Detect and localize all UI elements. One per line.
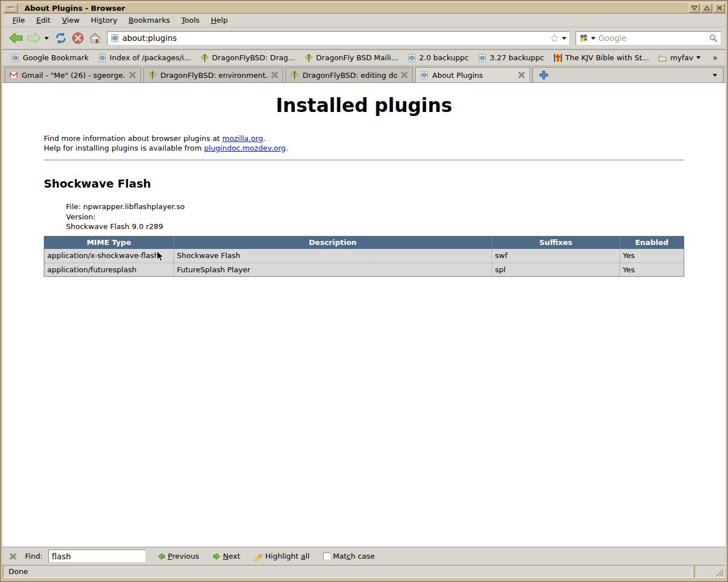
tab-close-button[interactable] [518, 71, 526, 79]
find-previous-button[interactable]: Previous [155, 551, 201, 562]
mime-types-table: MIME Type Description Suffixes Enabled a… [44, 236, 684, 277]
tab-gmail[interactable]: Gmail - "Me" (26) - sgeorge.... [5, 67, 141, 82]
plugindoc-link[interactable]: plugindoc.mozdev.org [204, 144, 286, 152]
dragonfly-icon [304, 53, 313, 63]
intro-line-1-post: . [263, 134, 266, 143]
find-bar: Find: Previous Next Highlight all Match … [2, 547, 726, 565]
menu-help[interactable]: Help [205, 14, 234, 26]
search-bar[interactable] [576, 31, 721, 45]
intro-line-1-pre: Find more information about browser plug… [44, 134, 222, 143]
dragonfly-icon [290, 70, 299, 80]
page-icon [407, 53, 416, 63]
bookmark-label: DragonFlyBSD: Drag... [212, 53, 295, 62]
forward-button[interactable] [25, 29, 43, 47]
close-icon [9, 552, 17, 560]
window-titlebar[interactable]: About Plugins - Browser [2, 2, 726, 14]
find-close-button[interactable] [9, 552, 17, 560]
bookmark-item-backuppc-20[interactable]: 2.0 backuppc [404, 52, 471, 64]
bookmark-item-dragonflybsd[interactable]: DragonFlyBSD: Drag... [197, 52, 298, 64]
reload-button[interactable] [52, 29, 69, 47]
tab-about-plugins[interactable]: About Plugins [415, 67, 530, 82]
bookmark-item-kjv-bible[interactable]: The KJV Bible with St... [551, 52, 652, 64]
bookmark-folder-myfav[interactable]: myfav [655, 52, 704, 64]
menu-bar: File Edit View History Bookmarks Tools H… [2, 14, 726, 27]
google-logo-icon [579, 34, 588, 43]
col-mime-type: MIME Type [44, 236, 174, 249]
plugin-name-heading: Shockwave Flash [44, 177, 726, 190]
bookmark-label: 3.27 backuppc [490, 53, 544, 62]
highlight-all-button[interactable]: Highlight all [251, 551, 312, 562]
col-description: Description [173, 236, 491, 249]
url-dropdown[interactable] [562, 37, 566, 40]
bookmark-item-google-bookmark[interactable]: Google Bookmark [8, 52, 92, 64]
status-text: Done [9, 567, 28, 576]
search-input[interactable] [598, 34, 706, 43]
tab-dragonfly-environment[interactable]: DragonFlyBSD: environment... [143, 67, 283, 82]
find-next-label: Next [223, 552, 240, 560]
menu-file[interactable]: File [7, 14, 31, 26]
menu-bookmarks[interactable]: Bookmarks [123, 14, 176, 26]
menu-edit[interactable]: Edit [31, 14, 56, 26]
status-bar: Done [3, 565, 725, 578]
minimize-button[interactable] [689, 3, 700, 13]
previous-arrow-icon [158, 552, 166, 560]
find-input[interactable] [48, 550, 146, 563]
intro-line-2-pre: Help for installing plugins is available… [44, 144, 204, 152]
menu-tools[interactable]: Tools [176, 14, 205, 26]
tab-close-button[interactable] [400, 71, 408, 79]
back-forward-dropdown[interactable] [44, 37, 49, 40]
find-label: Find: [25, 552, 43, 560]
search-engine-dropdown[interactable] [591, 37, 595, 40]
bookmark-item-dragonfly-mailing[interactable]: DragonFly BSD Maili... [301, 52, 401, 64]
tab-close-button[interactable] [271, 71, 279, 79]
stop-button[interactable] [69, 29, 86, 47]
bookmark-label: Google Bookmark [23, 53, 89, 62]
tab-dragonfly-editing-docs[interactable]: DragonFlyBSD: editing docs/... [286, 67, 413, 82]
dragonfly-icon [148, 70, 157, 80]
window-menu-button[interactable] [4, 4, 18, 13]
intro-line-2-post: . [286, 144, 288, 152]
bookmarks-overflow-chevron[interactable]: » [710, 53, 720, 63]
close-button[interactable] [714, 3, 725, 13]
minimize-icon [690, 4, 698, 12]
new-tab-button[interactable] [539, 70, 549, 80]
find-previous-label: Previous [168, 552, 199, 560]
match-case-option[interactable]: Match case [321, 551, 377, 562]
menu-history[interactable]: History [85, 14, 123, 26]
navigation-toolbar [2, 27, 726, 50]
bookmark-item-backuppc-327[interactable]: 3.27 backuppc [475, 52, 547, 64]
dragonfly-icon [200, 53, 209, 63]
mozilla-org-link[interactable]: mozilla.org [222, 134, 263, 143]
col-enabled: Enabled [620, 236, 684, 249]
plugin-file: File: npwrapper.libflashplayer.so [66, 202, 726, 212]
home-button[interactable] [86, 29, 104, 47]
back-button[interactable] [7, 29, 25, 47]
tab-close-button[interactable] [129, 71, 136, 79]
page-title: Installed plugins [2, 83, 726, 117]
maximize-button[interactable] [701, 3, 712, 13]
stop-icon [71, 31, 85, 45]
folder-icon [658, 53, 667, 63]
tabstrip-spacer [532, 67, 723, 82]
search-icon[interactable] [709, 34, 718, 43]
bookmark-star-icon[interactable] [550, 34, 559, 43]
intro-line-1: Find more information about browser plug… [44, 134, 726, 143]
bookmark-label: The KJV Bible with St... [565, 53, 650, 62]
highlighter-icon [254, 552, 263, 561]
match-case-checkbox[interactable] [323, 552, 330, 560]
menu-view[interactable]: View [56, 14, 85, 26]
bookmark-item-index-packages[interactable]: Index of /packages/i... [95, 52, 194, 64]
col-suffixes: Suffixes [492, 236, 620, 249]
find-next-button[interactable]: Next [210, 551, 242, 562]
bookmark-label: myfav [670, 53, 693, 62]
plugin-details: File: npwrapper.libflashplayer.so Versio… [66, 202, 726, 232]
page-icon [420, 70, 429, 80]
next-arrow-icon [213, 552, 221, 560]
tab-list-dropdown[interactable] [713, 74, 717, 77]
resize-grip-icon [714, 567, 725, 577]
intro-line-2: Help for installing plugins is available… [44, 143, 726, 153]
url-bar[interactable] [107, 31, 570, 45]
tab-label: About Plugins [432, 71, 514, 80]
url-input[interactable] [122, 34, 547, 43]
window-resize-grip[interactable] [694, 565, 725, 578]
